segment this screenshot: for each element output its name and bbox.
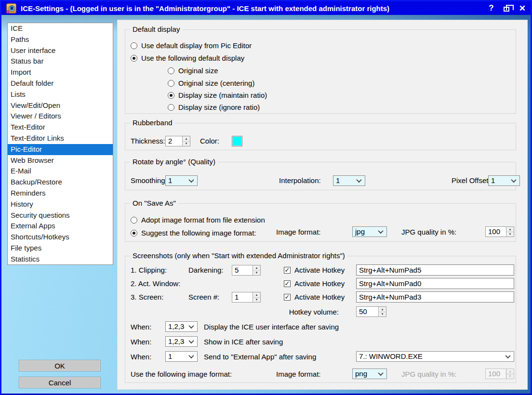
sidebar-item-import[interactable]: Import xyxy=(8,67,113,78)
sidebar-item-ice[interactable]: ICE xyxy=(8,23,113,34)
interpolation-label: Interpolation: xyxy=(279,176,321,185)
sidebar-item-file-types[interactable]: File types xyxy=(8,243,113,254)
radio-display-size-ignore-ratio[interactable]: Display size (ignore ratio) xyxy=(168,103,260,111)
ok-button[interactable]: OK xyxy=(19,360,101,371)
darkening-spinner[interactable]: 5 ▲▼ xyxy=(232,265,261,276)
screen-number-spinner[interactable]: 1 ▲▼ xyxy=(232,292,261,303)
spin-down-icon[interactable]: ▼ xyxy=(379,312,386,317)
group-title: Default display xyxy=(130,25,182,33)
close-button[interactable]: ✕ xyxy=(519,3,526,13)
sidebar-item-history[interactable]: History xyxy=(8,199,113,210)
sidebar-item-statistics[interactable]: Statistics xyxy=(8,254,113,265)
spin-up-icon[interactable]: ▲ xyxy=(253,265,260,271)
sidebar-item-external-apps[interactable]: External Apps xyxy=(8,221,113,232)
radio-original-size[interactable]: Original size xyxy=(168,66,218,75)
screen-activate-hotkey-checkbox[interactable]: ✓ Activate Hotkey xyxy=(284,293,345,301)
spin-down-icon[interactable]: ▼ xyxy=(183,142,190,146)
restore-icon xyxy=(504,7,509,12)
sidebar-item-default-folder[interactable]: Default folder xyxy=(8,78,113,89)
radio-original-size-centering[interactable]: Original size (centering) xyxy=(168,79,254,87)
sidebar-item-security-questions[interactable]: Security questions xyxy=(8,210,113,221)
when-dropdown-3[interactable]: 1 xyxy=(165,351,198,362)
radio-use-following-default-display[interactable]: Use the following default display xyxy=(131,54,244,62)
pixel-offset-dropdown[interactable]: 1 xyxy=(488,175,520,186)
sidebar-item-backup-restore[interactable]: Backup/Restore xyxy=(8,177,113,188)
spinner-value: 5 xyxy=(232,265,253,275)
sidebar-item-shortcuts-hotkeys[interactable]: Shortcuts/Hotkeys xyxy=(8,232,113,243)
dropdown-value: 1,2,3 xyxy=(166,337,189,346)
sidebar-item-paths[interactable]: Paths xyxy=(8,34,113,45)
radio-button xyxy=(131,230,137,237)
camera-lens-icon xyxy=(9,5,15,12)
help-button[interactable]: ? xyxy=(489,3,493,13)
group-title: Screenshots (only when "Start with exten… xyxy=(130,251,347,260)
clipping-activate-hotkey-checkbox[interactable]: ✓ Activate Hotkey xyxy=(284,266,345,274)
when-label-2: When: xyxy=(131,338,151,346)
spin-up-icon[interactable]: ▲ xyxy=(253,292,260,298)
image-format-label: Image format: xyxy=(276,228,321,237)
jpg-quality-spinner[interactable]: 100 ▲▼ xyxy=(485,226,514,237)
spin-down-icon[interactable]: ▼ xyxy=(506,232,514,237)
spinner-value: 1 xyxy=(232,292,253,302)
radio-suggest-following-format[interactable]: Suggest the following image format: xyxy=(131,229,256,237)
chevron-down-icon xyxy=(188,338,194,343)
spin-up-icon[interactable]: ▲ xyxy=(183,136,190,142)
radio-adopt-format-from-extension[interactable]: Adopt image format from file extension xyxy=(131,216,265,224)
cancel-button[interactable]: Cancel xyxy=(19,377,101,388)
sidebar-item-text-editor[interactable]: Text-Editor xyxy=(8,122,113,133)
act-window-label: 2. Act. Window: xyxy=(131,279,180,288)
radio-use-default-from-pic-editor[interactable]: Use default display from Pic Editor xyxy=(131,41,252,50)
smoothing-dropdown[interactable]: 1 xyxy=(165,175,198,186)
screen-hotkey-field[interactable] xyxy=(356,291,514,303)
sidebar-item-reminders[interactable]: Reminders xyxy=(8,188,113,199)
dropdown-value: 1 xyxy=(166,352,189,361)
save-as-image-format-dropdown[interactable]: jpg xyxy=(352,226,387,237)
sidebar-item-view-edit-open[interactable]: View/Edit/Open xyxy=(8,100,113,111)
app-icon xyxy=(6,3,16,13)
chevron-down-icon xyxy=(188,353,194,358)
radio-button xyxy=(168,104,174,111)
spin-down-icon: ▼ xyxy=(506,374,514,379)
checkbox-label: Activate Hotkey xyxy=(294,293,345,302)
spin-down-icon[interactable]: ▼ xyxy=(253,271,260,276)
screenshot-image-format-dropdown[interactable]: png xyxy=(352,369,387,379)
sidebar-item-viewer-editors[interactable]: Viewer / Editors xyxy=(8,111,113,122)
when-label-3: When: xyxy=(131,353,151,361)
image-format-label-2: Image format: xyxy=(276,370,321,379)
act-window-hotkey-field[interactable] xyxy=(356,278,514,289)
window-title: ICE-Settings - (Logged in user is in the… xyxy=(21,4,389,13)
interpolation-dropdown[interactable]: 1 xyxy=(333,175,365,186)
spin-up-icon[interactable]: ▲ xyxy=(379,307,386,312)
chevron-down-icon xyxy=(511,177,516,183)
smoothing-label: Smoothing: xyxy=(131,176,167,185)
sidebar-item-e-mail[interactable]: E-Mail xyxy=(8,166,113,177)
act-window-activate-hotkey-checkbox[interactable]: ✓ Activate Hotkey xyxy=(284,279,345,288)
clipping-hotkey-field[interactable] xyxy=(356,264,514,276)
sidebar-item-text-editor-links[interactable]: Text-Editor Links xyxy=(8,133,113,144)
hotkey-volume-spinner[interactable]: 50 ▲▼ xyxy=(356,306,386,317)
sidebar-item-lists[interactable]: Lists xyxy=(8,89,113,100)
external-app-dropdown[interactable]: 7.: WINWORD.EXE xyxy=(356,351,514,362)
radio-label: Display size (maintain ratio) xyxy=(178,91,267,99)
spin-up-icon[interactable]: ▲ xyxy=(506,227,514,232)
sidebar-item-user-interface[interactable]: User interface xyxy=(8,45,113,56)
sidebar-item-status-bar[interactable]: Status bar xyxy=(8,56,113,67)
thickness-spinner[interactable]: 2 ▲▼ xyxy=(165,136,190,146)
dropdown-value: 1 xyxy=(333,176,357,185)
radio-button xyxy=(168,80,174,87)
restore-button[interactable] xyxy=(504,3,509,13)
check-icon: ✓ xyxy=(284,294,291,301)
sidebar-item-web-browser[interactable]: Web Browser xyxy=(8,155,113,166)
dropdown-value: jpg xyxy=(353,227,379,237)
screen-label: 3. Screen: xyxy=(131,293,163,302)
clipping-label: 1. Clipping: xyxy=(131,266,167,275)
color-label: Color: xyxy=(200,137,219,145)
spin-down-icon[interactable]: ▼ xyxy=(253,298,260,303)
chevron-down-icon xyxy=(356,177,361,183)
rubberband-color-swatch[interactable] xyxy=(232,136,242,146)
radio-display-size-maintain-ratio[interactable]: Display size (maintain ratio) xyxy=(168,91,267,99)
radio-label: Original size xyxy=(178,66,218,75)
sidebar-item-pic-editor[interactable]: Pic-Editor xyxy=(8,144,113,155)
when-dropdown-1[interactable]: 1,2,3 xyxy=(165,321,198,332)
when-dropdown-2[interactable]: 1,2,3 xyxy=(165,336,198,347)
